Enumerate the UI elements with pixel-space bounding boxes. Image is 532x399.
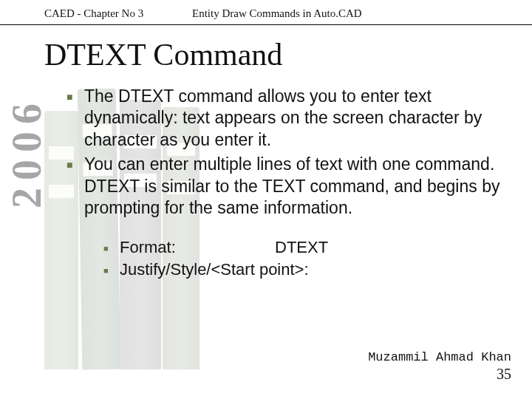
square-bullet-icon: ■ <box>66 86 84 151</box>
slide-header: CAED - Chapter No 3 Entity Draw Commands… <box>0 0 532 25</box>
sub-bullet-value: DTEXT <box>275 238 328 256</box>
sub-bullet-item: ■ Format:DTEXT <box>103 237 502 258</box>
header-topic: Entity Draw Commands in Auto.CAD <box>192 7 488 20</box>
header-chapter: CAED - Chapter No 3 <box>44 7 192 20</box>
square-bullet-icon: ■ <box>66 154 84 219</box>
bullet-item: ■ You can enter multiple lines of text w… <box>66 154 502 219</box>
sub-bullet-text: Format:DTEXT <box>120 237 502 258</box>
sub-bullet-label: Justify/Style/<Start point>: <box>120 260 309 279</box>
bullet-item: ■ The DTEXT command allows you to enter … <box>66 86 502 151</box>
sub-bullet-label: Format: <box>120 237 275 258</box>
square-bullet-icon: ■ <box>103 237 120 258</box>
bullet-text: The DTEXT command allows you to enter te… <box>84 86 502 151</box>
sub-bullet-item: ■ Justify/Style/<Start point>: <box>103 259 502 280</box>
footer-page-number: 35 <box>368 365 511 383</box>
sub-bullet-group: ■ Format:DTEXT ■ Justify/Style/<Start po… <box>66 222 502 280</box>
slide-content: ■ The DTEXT command allows you to enter … <box>0 86 532 280</box>
slide-footer: Muzammil Ahmad Khan 35 <box>368 350 511 383</box>
bullet-text: You can enter multiple lines of text wit… <box>84 154 502 219</box>
slide-title: DTEXT Command <box>0 31 532 86</box>
footer-author: Muzammil Ahmad Khan <box>368 350 511 365</box>
sub-bullet-text: Justify/Style/<Start point>: <box>120 259 502 280</box>
square-bullet-icon: ■ <box>103 259 120 280</box>
